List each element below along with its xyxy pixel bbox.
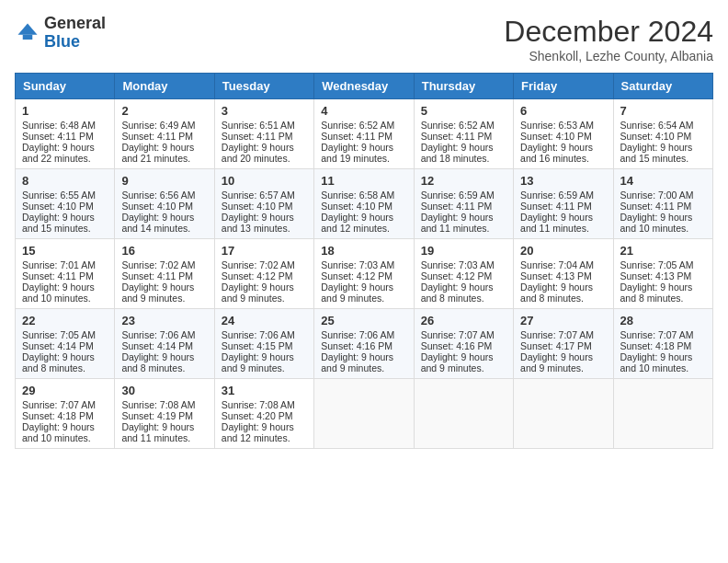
sunset-label: Sunset: 4:11 PM <box>321 131 392 142</box>
day-number: 5 <box>421 104 506 118</box>
sunset-label: Sunset: 4:10 PM <box>121 201 193 212</box>
calendar-cell: 19 Sunrise: 7:03 AM Sunset: 4:12 PM Dayl… <box>414 239 513 309</box>
day-number: 12 <box>421 174 506 188</box>
logo-general-text: General <box>44 14 106 32</box>
calendar-header-row: SundayMondayTuesdayWednesdayThursdayFrid… <box>16 74 713 99</box>
sunset-label: Sunset: 4:20 PM <box>222 410 293 421</box>
daylight-label: Daylight: 9 hours and 13 minutes. <box>222 212 294 234</box>
calendar-cell: 22 Sunrise: 7:05 AM Sunset: 4:14 PM Dayl… <box>16 309 115 379</box>
calendar-week-row: 29 Sunrise: 7:07 AM Sunset: 4:18 PM Dayl… <box>16 379 713 449</box>
calendar-week-row: 8 Sunrise: 6:55 AM Sunset: 4:10 PM Dayli… <box>16 169 713 239</box>
daylight-label: Daylight: 9 hours and 9 minutes. <box>121 282 194 304</box>
sunset-label: Sunset: 4:16 PM <box>321 340 392 351</box>
sunrise-label: Sunrise: 7:03 AM <box>321 259 394 270</box>
calendar-cell: 9 Sunrise: 6:56 AM Sunset: 4:10 PM Dayli… <box>115 169 214 239</box>
day-number: 3 <box>222 104 307 118</box>
calendar-cell: 25 Sunrise: 7:06 AM Sunset: 4:16 PM Dayl… <box>314 309 414 379</box>
calendar-cell: 30 Sunrise: 7:08 AM Sunset: 4:19 PM Dayl… <box>115 379 214 449</box>
svg-rect-1 <box>23 35 33 40</box>
calendar-week-row: 15 Sunrise: 7:01 AM Sunset: 4:11 PM Dayl… <box>16 239 713 309</box>
sunrise-label: Sunrise: 7:07 AM <box>520 329 594 340</box>
daylight-label: Daylight: 9 hours and 10 minutes. <box>620 351 693 373</box>
sunset-label: Sunset: 4:19 PM <box>121 410 193 421</box>
sunset-label: Sunset: 4:14 PM <box>22 340 94 351</box>
day-of-week-header: Tuesday <box>214 74 313 99</box>
sunset-label: Sunset: 4:13 PM <box>620 270 692 282</box>
calendar-cell: 18 Sunrise: 7:03 AM Sunset: 4:12 PM Dayl… <box>314 239 414 309</box>
daylight-label: Daylight: 9 hours and 10 minutes. <box>22 421 95 443</box>
day-number: 21 <box>620 244 706 258</box>
day-number: 23 <box>121 314 207 327</box>
sunset-label: Sunset: 4:10 PM <box>520 131 592 142</box>
day-number: 2 <box>121 104 207 118</box>
calendar-cell <box>314 379 414 449</box>
calendar-cell: 24 Sunrise: 7:06 AM Sunset: 4:15 PM Dayl… <box>214 309 313 379</box>
calendar-cell: 14 Sunrise: 7:00 AM Sunset: 4:11 PM Dayl… <box>613 169 712 239</box>
sunrise-label: Sunrise: 6:57 AM <box>222 190 295 201</box>
logo: General Blue <box>15 15 106 52</box>
sunrise-label: Sunrise: 7:04 AM <box>520 259 594 270</box>
sunset-label: Sunset: 4:12 PM <box>421 270 493 282</box>
day-number: 22 <box>22 314 108 327</box>
sunset-label: Sunset: 4:12 PM <box>321 270 392 282</box>
logo-text: General Blue <box>44 15 106 52</box>
sunset-label: Sunset: 4:11 PM <box>520 201 592 212</box>
sunrise-label: Sunrise: 7:06 AM <box>321 329 394 340</box>
calendar-cell: 31 Sunrise: 7:08 AM Sunset: 4:20 PM Dayl… <box>214 379 313 449</box>
sunset-label: Sunset: 4:14 PM <box>121 340 193 351</box>
day-number: 9 <box>121 174 207 188</box>
day-number: 26 <box>421 314 506 327</box>
calendar-cell: 6 Sunrise: 6:53 AM Sunset: 4:10 PM Dayli… <box>514 99 613 169</box>
calendar-cell <box>414 379 513 449</box>
daylight-label: Daylight: 9 hours and 8 minutes. <box>520 282 593 304</box>
sunset-label: Sunset: 4:11 PM <box>421 131 493 142</box>
daylight-label: Daylight: 9 hours and 22 minutes. <box>22 142 95 164</box>
daylight-label: Daylight: 9 hours and 12 minutes. <box>222 421 294 443</box>
day-number: 4 <box>321 104 406 118</box>
sunrise-label: Sunrise: 6:53 AM <box>520 120 594 131</box>
sunrise-label: Sunrise: 7:02 AM <box>121 259 195 270</box>
sunset-label: Sunset: 4:11 PM <box>22 270 94 282</box>
day-number: 13 <box>520 174 606 188</box>
calendar-cell: 12 Sunrise: 6:59 AM Sunset: 4:11 PM Dayl… <box>414 169 513 239</box>
sunrise-label: Sunrise: 7:00 AM <box>620 190 694 201</box>
sunrise-label: Sunrise: 6:52 AM <box>321 120 394 131</box>
daylight-label: Daylight: 9 hours and 14 minutes. <box>121 212 194 234</box>
day-number: 15 <box>22 244 108 258</box>
calendar-cell: 11 Sunrise: 6:58 AM Sunset: 4:10 PM Dayl… <box>314 169 414 239</box>
sunset-label: Sunset: 4:15 PM <box>222 340 293 351</box>
calendar-cell: 21 Sunrise: 7:05 AM Sunset: 4:13 PM Dayl… <box>613 239 712 309</box>
sunset-label: Sunset: 4:18 PM <box>22 410 94 421</box>
sunset-label: Sunset: 4:16 PM <box>421 340 493 351</box>
day-number: 8 <box>22 174 108 188</box>
day-number: 28 <box>620 314 706 327</box>
sunset-label: Sunset: 4:18 PM <box>620 340 692 351</box>
day-number: 18 <box>321 244 406 258</box>
daylight-label: Daylight: 9 hours and 18 minutes. <box>421 142 494 164</box>
sunset-label: Sunset: 4:11 PM <box>620 201 692 212</box>
daylight-label: Daylight: 9 hours and 8 minutes. <box>22 351 95 373</box>
calendar-week-row: 1 Sunrise: 6:48 AM Sunset: 4:11 PM Dayli… <box>16 99 713 169</box>
day-number: 25 <box>321 314 406 327</box>
day-number: 24 <box>222 314 307 327</box>
sunrise-label: Sunrise: 6:51 AM <box>222 120 295 131</box>
day-number: 17 <box>222 244 307 258</box>
day-number: 10 <box>222 174 307 188</box>
sunrise-label: Sunrise: 7:07 AM <box>620 329 694 340</box>
sunset-label: Sunset: 4:11 PM <box>222 131 293 142</box>
daylight-label: Daylight: 9 hours and 15 minutes. <box>620 142 693 164</box>
sunrise-label: Sunrise: 6:55 AM <box>22 190 96 201</box>
daylight-label: Daylight: 9 hours and 16 minutes. <box>520 142 593 164</box>
sunrise-label: Sunrise: 7:08 AM <box>222 399 295 410</box>
daylight-label: Daylight: 9 hours and 11 minutes. <box>121 421 194 443</box>
day-of-week-header: Friday <box>514 74 613 99</box>
month-title: December 2024 <box>504 15 713 49</box>
day-of-week-header: Sunday <box>16 74 115 99</box>
day-number: 16 <box>121 244 207 258</box>
logo-icon <box>15 20 40 46</box>
calendar-cell: 8 Sunrise: 6:55 AM Sunset: 4:10 PM Dayli… <box>16 169 115 239</box>
daylight-label: Daylight: 9 hours and 11 minutes. <box>520 212 593 234</box>
calendar-cell: 23 Sunrise: 7:06 AM Sunset: 4:14 PM Dayl… <box>115 309 214 379</box>
daylight-label: Daylight: 9 hours and 8 minutes. <box>121 351 194 373</box>
sunrise-label: Sunrise: 7:03 AM <box>421 259 495 270</box>
